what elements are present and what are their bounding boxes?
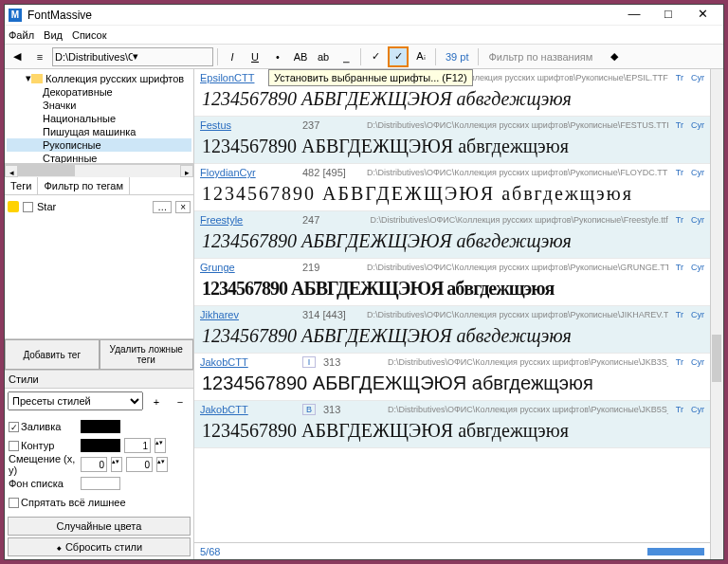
font-glyph-count: 314 [443] xyxy=(302,309,359,320)
tag-remove-button[interactable]: × xyxy=(175,201,191,213)
oy-spin[interactable]: ▴▾ xyxy=(156,457,168,472)
menu-file[interactable]: Файл xyxy=(9,29,34,41)
font-sample: 1234567890 АБВГДЕЖЩЭЮЯ абвгдежщэюя xyxy=(194,86,710,116)
random-colors-button[interactable]: Случайные цвета xyxy=(8,517,191,536)
outline-width-input[interactable] xyxy=(124,438,151,453)
underline-button[interactable]: U xyxy=(245,46,265,67)
tree-item[interactable]: Декоративные xyxy=(7,85,191,99)
offset-y-input[interactable] xyxy=(126,457,153,472)
font-variant-badge: B xyxy=(302,404,316,415)
tags-tab[interactable]: Теги xyxy=(5,177,38,194)
font-row[interactable]: FloydianCyr 482 [495] D:\Distributives\О… xyxy=(194,164,710,211)
font-row[interactable]: Festus 237 D:\Distributives\ОФИС\Коллекц… xyxy=(194,117,710,164)
fill-label: Заливка xyxy=(21,421,61,432)
main-vscroll[interactable] xyxy=(710,69,723,559)
font-name-link[interactable]: JakobCTT xyxy=(200,404,295,415)
tags-header: Теги Фильтр по тегам xyxy=(5,177,193,195)
font-info-button[interactable]: Aᵢ xyxy=(410,46,431,67)
font-row[interactable]: Grunge 219 D:\Distributives\ОФИС\Коллекц… xyxy=(194,259,710,306)
install-fonts-button[interactable]: ✓ xyxy=(388,46,409,67)
font-name-link[interactable]: Grunge xyxy=(200,262,295,273)
scroll-left-icon[interactable]: ◂ xyxy=(5,165,18,177)
tree-hscroll[interactable]: ◂ ▸ xyxy=(5,164,193,177)
menu-list[interactable]: Список xyxy=(72,29,107,41)
font-name-link[interactable]: Freestyle xyxy=(200,214,295,226)
font-type-icon: Tr xyxy=(676,405,683,414)
font-glyph-count: 482 [495] xyxy=(302,167,359,178)
italic-button[interactable]: I xyxy=(222,46,243,67)
scroll-right-icon[interactable]: ▸ xyxy=(180,165,193,177)
tree-item[interactable]: Рукописные xyxy=(7,138,191,152)
preset-add-icon[interactable]: + xyxy=(146,391,167,412)
styles-header: Стили xyxy=(5,370,193,389)
preset-del-icon[interactable]: − xyxy=(170,391,191,412)
status-count: 5/68 xyxy=(200,546,220,557)
font-name-link[interactable]: Festus xyxy=(200,119,295,131)
tag-row[interactable]: Star … × xyxy=(5,195,193,218)
fill-swatch[interactable] xyxy=(81,420,120,433)
font-list[interactable]: EpsilonCTT 313 D:\Distributives\ОФИС\Кол… xyxy=(194,69,710,542)
font-sample: 1234567890 АБВГДЕЖЩЭЮЯ абвгдежщэюя xyxy=(194,418,710,447)
filter-input[interactable]: Фильтр по названиям xyxy=(488,51,592,63)
tag-more-button[interactable]: … xyxy=(153,201,172,213)
nav-fwd-button[interactable]: ≡ xyxy=(29,46,50,67)
tree-item[interactable]: Старинные xyxy=(7,152,191,164)
outline-spin[interactable]: ▴▾ xyxy=(155,438,166,453)
window-buttons: — □ ✕ xyxy=(617,6,719,25)
progress-bar xyxy=(647,548,704,555)
font-size-label[interactable]: 39 pt xyxy=(446,51,468,63)
reset-styles-button[interactable]: ⬥ Сбросить стили xyxy=(8,537,191,556)
tree-root[interactable]: ▾ Коллекция русских шрифтов xyxy=(7,71,191,85)
preset-select[interactable]: Пресеты стилей xyxy=(8,391,143,410)
font-sample: 1234567890 АБВГДЕЖЩЭЮЯ абвгдежщэюя xyxy=(194,276,710,305)
titlebar: M FontMassive — □ ✕ xyxy=(5,5,723,26)
menu-view[interactable]: Вид xyxy=(44,29,63,41)
font-glyph-count: 313 xyxy=(323,356,380,368)
app-logo: M xyxy=(9,9,22,22)
case-upper-button[interactable]: AB xyxy=(290,46,311,67)
check-button[interactable]: ✓ xyxy=(365,46,386,67)
minimize-button[interactable]: — xyxy=(617,6,651,25)
font-row[interactable]: Jikharev 314 [443] D:\Distributives\ОФИС… xyxy=(194,306,710,354)
font-script-label: Cyr xyxy=(691,168,704,177)
folder-tree[interactable]: ▾ Коллекция русских шрифтов Декоративные… xyxy=(5,69,193,164)
app-window: M FontMassive — □ ✕ Файл Вид Список ◀ ≡ … xyxy=(4,4,724,560)
font-sample: 1234567890 АБВГДЕЖЩЭЮЯ абвгдежщэюя xyxy=(194,371,710,400)
tree-item[interactable]: Значки xyxy=(7,99,191,112)
font-script-label: Cyr xyxy=(691,215,704,225)
outline-checkbox[interactable] xyxy=(9,441,19,451)
tree-item[interactable]: Национальные xyxy=(7,112,191,125)
outline-swatch[interactable] xyxy=(81,439,120,452)
body: ▾ Коллекция русских шрифтов Декоративные… xyxy=(5,69,723,559)
tag-checkbox[interactable] xyxy=(23,202,33,212)
font-row[interactable]: JakobCTT I 313 D:\Distributives\ОФИС\Кол… xyxy=(194,354,710,401)
font-type-icon: Tr xyxy=(676,310,683,319)
close-button[interactable]: ✕ xyxy=(685,6,719,25)
offset-x-input[interactable] xyxy=(81,457,107,472)
font-name-link[interactable]: JakobCTT xyxy=(200,356,295,368)
bg-swatch[interactable] xyxy=(81,477,120,490)
hide-checkbox[interactable] xyxy=(9,498,19,508)
font-sample: 1234567890 АБВГДЕЖЩЭЮЯ абвгдежщэюя xyxy=(194,181,710,210)
maximize-button[interactable]: □ xyxy=(651,6,685,25)
tags-filter-tab[interactable]: Фильтр по тегам xyxy=(38,177,130,194)
fill-checkbox[interactable] xyxy=(9,422,19,432)
del-tags-button[interactable]: Удалить ложные теги xyxy=(100,339,194,370)
font-script-label: Cyr xyxy=(691,73,704,82)
toolbar: ◀ ≡ D:\Distributives\ОФИС\Коллек▾ I U • … xyxy=(5,45,723,69)
add-tag-button[interactable]: Добавить тег xyxy=(5,339,100,370)
font-glyph-count: 237 xyxy=(302,119,359,131)
nav-back-button[interactable]: ◀ xyxy=(7,46,27,67)
font-name-link[interactable]: Jikharev xyxy=(200,309,295,320)
brush-icon[interactable]: ◆ xyxy=(604,46,625,67)
font-path: D:\Distributives\ОФИС\Коллекция русских … xyxy=(367,120,668,130)
tree-item[interactable]: Пишущая машинка xyxy=(7,125,191,138)
font-row[interactable]: Freestyle 247 D:\Distributives\ОФИС\Колл… xyxy=(194,211,710,259)
font-name-link[interactable]: FloydianCyr xyxy=(200,167,295,178)
ox-spin[interactable]: ▴▾ xyxy=(111,457,122,472)
address-combo[interactable]: D:\Distributives\ОФИС\Коллек▾ xyxy=(52,47,213,66)
case-lower-button[interactable]: ab xyxy=(313,46,334,67)
strike-button[interactable]: • xyxy=(267,46,288,67)
style-button[interactable]: ⎯ xyxy=(336,46,356,67)
font-row[interactable]: JakobCTT B 313 D:\Distributives\ОФИС\Кол… xyxy=(194,401,710,448)
